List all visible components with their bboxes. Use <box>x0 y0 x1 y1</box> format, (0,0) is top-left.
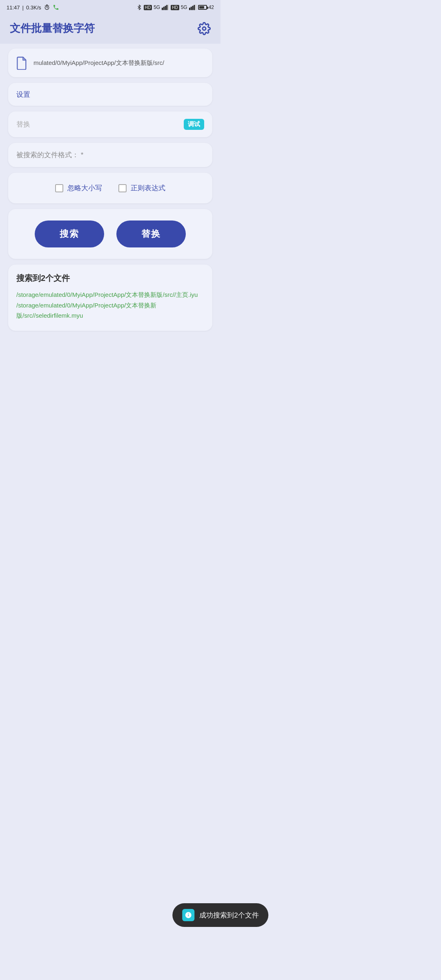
alarm-icon <box>44 4 50 11</box>
result-file-1: /storage/emulated/0/MyiApp/ProjectApp/文本… <box>16 291 198 298</box>
status-time: 11:47 <box>7 4 20 11</box>
action-buttons-card: 搜索 替换 <box>8 209 212 259</box>
status-speed: 0.3K/s <box>26 4 41 11</box>
battery-level: 42 <box>209 4 214 10</box>
search-input[interactable] <box>16 90 204 98</box>
header: 文件批量替换字符 <box>0 15 220 44</box>
replace-input[interactable] <box>16 120 180 129</box>
svg-rect-9 <box>194 5 195 10</box>
svg-rect-2 <box>163 7 165 10</box>
main-content: mulated/0/MyiApp/ProjectApp/文本替换新版/src/ … <box>0 44 220 339</box>
signal-icon-2 <box>189 4 196 10</box>
svg-rect-6 <box>189 8 190 10</box>
call-icon <box>53 4 59 11</box>
status-bar: 11:47 | 0.3K/s HD 5G HD 5G 42 <box>0 0 220 15</box>
bluetooth-icon <box>136 4 142 10</box>
options-card: 忽略大小写 正则表达式 <box>8 173 212 203</box>
results-files: /storage/emulated/0/MyiApp/ProjectApp/文本… <box>16 290 204 321</box>
svg-rect-1 <box>162 8 163 10</box>
hd-badge-1: HD <box>144 5 152 10</box>
case-checkbox[interactable] <box>55 184 63 192</box>
replace-button[interactable]: 替换 <box>116 220 186 247</box>
settings-icon[interactable] <box>198 22 211 35</box>
svg-rect-5 <box>168 4 169 10</box>
network-5g-2: 5G <box>181 4 187 10</box>
regex-label: 正则表达式 <box>131 183 165 193</box>
format-text: 被搜索的文件格式： * <box>16 151 83 159</box>
svg-rect-8 <box>192 6 193 10</box>
page-title: 文件批量替换字符 <box>10 21 95 36</box>
case-label: 忽略大小写 <box>67 183 102 193</box>
format-input-card: 被搜索的文件格式： * <box>8 143 212 167</box>
debug-badge[interactable]: 调试 <box>184 119 204 130</box>
svg-point-11 <box>203 27 206 30</box>
file-icon <box>16 56 28 70</box>
status-right: HD 5G HD 5G 42 <box>136 4 214 10</box>
file-path-text: mulated/0/MyiApp/ProjectApp/文本替换新版/src/ <box>33 59 164 67</box>
file-path-card[interactable]: mulated/0/MyiApp/ProjectApp/文本替换新版/src/ <box>8 49 212 77</box>
signal-icon-1 <box>162 4 169 10</box>
replace-input-card: 调试 <box>8 111 212 137</box>
status-separator: | <box>22 4 24 11</box>
search-button[interactable]: 搜索 <box>35 220 104 247</box>
regex-checkbox[interactable] <box>118 184 127 192</box>
results-count: 搜索到2个文件 <box>16 273 204 284</box>
result-file-2: /storage/emulated/0/MyiApp/ProjectApp/文本… <box>16 302 156 319</box>
network-5g-1: 5G <box>154 4 160 10</box>
svg-rect-3 <box>165 6 166 10</box>
battery-icon <box>198 5 207 10</box>
case-checkbox-item[interactable]: 忽略大小写 <box>55 183 102 193</box>
svg-rect-10 <box>195 4 196 10</box>
results-card: 搜索到2个文件 /storage/emulated/0/MyiApp/Proje… <box>8 265 212 331</box>
regex-checkbox-item[interactable]: 正则表达式 <box>118 183 165 193</box>
svg-rect-4 <box>166 5 167 10</box>
svg-rect-7 <box>190 7 192 10</box>
hd-badge-2: HD <box>171 5 179 10</box>
search-input-card <box>8 83 212 106</box>
